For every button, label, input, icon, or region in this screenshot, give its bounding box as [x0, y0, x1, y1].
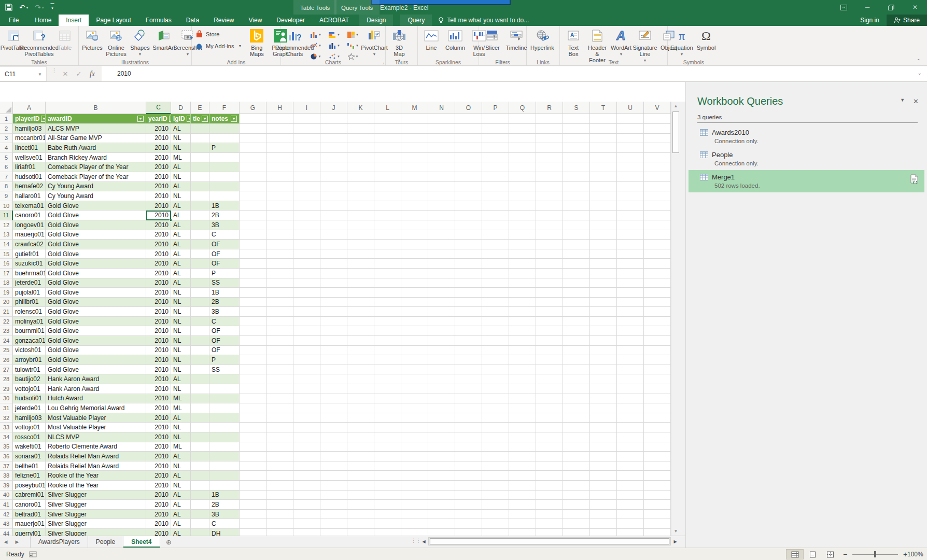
row-number[interactable]: 4	[0, 143, 13, 153]
cell[interactable]	[563, 326, 590, 336]
column-header-N[interactable]: N	[428, 102, 455, 114]
minimize-icon[interactable]: ─	[855, 0, 879, 15]
row-number[interactable]: 29	[0, 384, 13, 394]
sheet-tab-people[interactable]: People	[88, 536, 123, 548]
cell[interactable]	[563, 172, 590, 182]
cell[interactable]: AL	[171, 491, 191, 500]
cell[interactable]	[191, 384, 209, 394]
cell[interactable]: Roberto Clemente Award	[46, 442, 146, 452]
cell[interactable]	[401, 384, 428, 394]
cell[interactable]	[347, 423, 374, 432]
cell[interactable]	[191, 317, 209, 327]
cell[interactable]: Gold Glove	[46, 336, 146, 346]
cell[interactable]	[563, 355, 590, 365]
cell[interactable]: AL	[171, 211, 191, 220]
cell[interactable]	[293, 346, 320, 356]
cell[interactable]	[266, 471, 293, 481]
cell[interactable]: 3B	[209, 510, 240, 520]
cell[interactable]	[320, 403, 347, 413]
cell[interactable]	[644, 172, 671, 182]
cell[interactable]	[509, 510, 536, 520]
cell[interactable]	[536, 153, 563, 163]
cell[interactable]	[644, 471, 671, 481]
cell[interactable]	[240, 201, 266, 211]
cell[interactable]: Gold Glove	[46, 326, 146, 336]
cell[interactable]	[266, 365, 293, 375]
cell[interactable]	[428, 461, 455, 471]
cell[interactable]: 2010	[146, 336, 171, 346]
cell[interactable]	[266, 432, 293, 442]
cell[interactable]	[590, 365, 617, 375]
cell[interactable]	[293, 461, 320, 471]
cell[interactable]	[266, 220, 293, 230]
cell[interactable]	[509, 355, 536, 365]
cell[interactable]	[644, 124, 671, 134]
cell[interactable]	[191, 230, 209, 240]
cell[interactable]	[482, 230, 509, 240]
cell[interactable]	[209, 172, 240, 182]
collapse-ribbon-icon[interactable]: ⌃	[917, 58, 921, 64]
row-number[interactable]: 28	[0, 374, 13, 384]
cell[interactable]	[266, 491, 293, 500]
cell[interactable]	[320, 346, 347, 356]
cell[interactable]	[266, 211, 293, 220]
cell[interactable]: beltrad01	[13, 510, 46, 520]
cell[interactable]	[240, 442, 266, 452]
cell[interactable]: SS	[209, 278, 240, 288]
cell[interactable]	[509, 249, 536, 259]
cell[interactable]: OF	[209, 346, 240, 356]
cell[interactable]: OF	[209, 249, 240, 259]
cell[interactable]	[320, 423, 347, 432]
cell[interactable]	[644, 374, 671, 384]
cell[interactable]: OF	[209, 259, 240, 269]
cell[interactable]	[563, 288, 590, 298]
cell[interactable]	[590, 114, 617, 124]
cell[interactable]	[293, 365, 320, 375]
cell[interactable]: phillbr01	[13, 298, 46, 307]
cell[interactable]	[428, 529, 455, 536]
cell[interactable]	[563, 442, 590, 452]
cell[interactable]	[617, 403, 644, 413]
cell[interactable]	[240, 452, 266, 461]
cell[interactable]	[209, 403, 240, 413]
cell[interactable]	[482, 423, 509, 432]
cell[interactable]	[482, 491, 509, 500]
cell[interactable]: buehrma01	[13, 269, 46, 278]
cell[interactable]	[401, 442, 428, 452]
cell[interactable]	[266, 500, 293, 510]
cell[interactable]	[240, 326, 266, 336]
cell[interactable]	[509, 452, 536, 461]
cell[interactable]	[320, 432, 347, 442]
cell[interactable]: wakefti01	[13, 442, 46, 452]
vertical-scrollbar[interactable]: ▲ ▼	[671, 102, 680, 536]
cell[interactable]	[536, 529, 563, 536]
cell[interactable]: crawfca02	[13, 240, 46, 249]
cell[interactable]	[509, 529, 536, 536]
cell[interactable]	[240, 374, 266, 384]
cell[interactable]	[209, 423, 240, 432]
cell[interactable]	[320, 481, 347, 491]
cell[interactable]	[320, 452, 347, 461]
cell[interactable]	[401, 481, 428, 491]
cell[interactable]	[455, 355, 482, 365]
cell[interactable]	[401, 452, 428, 461]
cell[interactable]	[428, 442, 455, 452]
cell[interactable]	[240, 172, 266, 182]
row-number[interactable]: 1	[0, 114, 13, 124]
cell[interactable]	[482, 519, 509, 529]
cell[interactable]: 2010	[146, 423, 171, 432]
table-header-cell[interactable]: awardID	[46, 114, 146, 124]
column-header-S[interactable]: S	[563, 102, 590, 114]
cell[interactable]	[644, 481, 671, 491]
cell[interactable]	[590, 134, 617, 144]
cell[interactable]	[644, 403, 671, 413]
cell[interactable]	[428, 481, 455, 491]
cell[interactable]	[509, 317, 536, 327]
cell[interactable]	[536, 355, 563, 365]
cell[interactable]	[209, 432, 240, 442]
cell[interactable]	[293, 124, 320, 134]
cell[interactable]	[563, 307, 590, 317]
cell[interactable]	[347, 365, 374, 375]
cell[interactable]	[240, 191, 266, 201]
cell[interactable]	[266, 134, 293, 144]
